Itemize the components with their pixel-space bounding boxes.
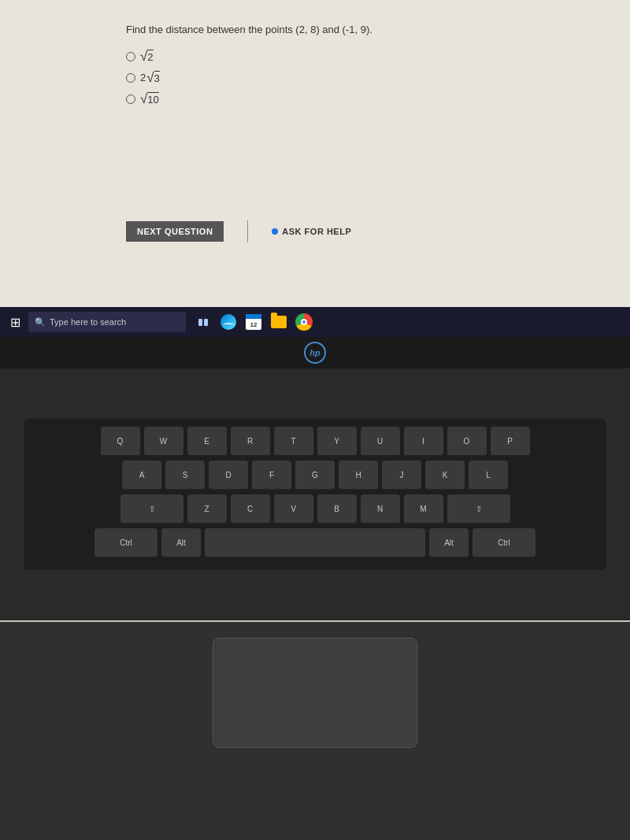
option-label-2: 2√3 (140, 71, 160, 84)
option-label-3: √10 (140, 92, 159, 105)
kb-row-top: Q W E R T Y U I O P (32, 427, 598, 457)
key-s[interactable]: S (165, 461, 205, 490)
chrome-center (301, 319, 307, 325)
option-row-1[interactable]: √2 (126, 50, 520, 63)
screen-bezel: hp (0, 337, 630, 368)
hp-text: hp (309, 348, 320, 357)
radio-2[interactable] (126, 73, 135, 83)
question-text: Find the distance between the points (2,… (126, 24, 520, 35)
keyboard-area: Q W E R T Y U I O P A S D F G H J K L ⇧ … (0, 368, 630, 620)
edge-icon (220, 314, 236, 330)
taskbar: ⊞ 🔍 Type here to search 12 (0, 307, 630, 337)
quiz-area: Find the distance between the points (2,… (126, 24, 520, 113)
key-c[interactable]: C (231, 494, 270, 524)
key-ctrl-right[interactable]: Ctrl (472, 528, 536, 558)
radio-1[interactable] (126, 52, 135, 61)
key-shift-left[interactable]: ⇧ (120, 494, 183, 524)
keyboard: Q W E R T Y U I O P A S D F G H J K L ⇧ … (24, 419, 606, 570)
taskbar-icons: 12 (192, 311, 315, 333)
key-o[interactable]: O (447, 427, 487, 457)
chrome-button[interactable] (293, 311, 315, 333)
calendar-icon: 12 (246, 314, 261, 330)
key-f[interactable]: F (252, 461, 291, 490)
key-l[interactable]: L (469, 461, 508, 490)
file-explorer-button[interactable] (268, 311, 290, 333)
key-b[interactable]: B (317, 494, 357, 524)
hp-logo: hp (302, 340, 328, 365)
key-j[interactable]: J (382, 461, 421, 490)
key-q[interactable]: Q (101, 427, 140, 457)
tv-rect-1 (198, 319, 202, 326)
key-alt[interactable]: Alt (161, 528, 201, 558)
key-ctrl[interactable]: Ctrl (94, 528, 158, 558)
laptop-screen: Find the distance between the points (2,… (0, 0, 630, 339)
key-shift-right[interactable]: ⇧ (447, 494, 510, 524)
key-p[interactable]: P (491, 427, 530, 457)
hp-circle: hp (304, 342, 326, 364)
trackpad[interactable] (213, 638, 417, 748)
option-row-3[interactable]: √10 (126, 92, 520, 105)
key-u[interactable]: U (361, 427, 400, 457)
key-space[interactable] (205, 528, 425, 558)
key-m[interactable]: M (404, 494, 443, 524)
ask-help-dot-icon (272, 228, 278, 235)
key-t[interactable]: T (274, 427, 313, 457)
chrome-icon (295, 313, 313, 331)
task-view-icon[interactable] (192, 311, 214, 333)
search-bar[interactable]: 🔍 Type here to search (28, 312, 186, 332)
kb-row-mid: A S D F G H J K L (32, 461, 598, 490)
search-text: Type here to search (50, 317, 126, 327)
cal-body: 12 (246, 319, 261, 330)
key-alt-right[interactable]: Alt (429, 528, 469, 558)
start-button[interactable]: ⊞ (3, 310, 27, 334)
divider (247, 220, 248, 242)
folder-tab (271, 313, 277, 316)
kb-row-space: Ctrl Alt Alt Ctrl (32, 528, 598, 558)
folder-icon (271, 316, 287, 328)
kb-row-bot: ⇧ Z C V B N M ⇧ (32, 494, 598, 524)
key-g[interactable]: G (295, 461, 335, 490)
edge-icon-button[interactable] (217, 311, 239, 333)
calendar-button[interactable]: 12 (243, 311, 265, 333)
key-z[interactable]: Z (187, 494, 227, 524)
option-label-1: √2 (140, 50, 154, 63)
radio-3[interactable] (126, 94, 135, 104)
tv-rect-2 (204, 319, 208, 326)
key-d[interactable]: D (209, 461, 248, 490)
key-h[interactable]: H (339, 461, 378, 490)
key-y[interactable]: Y (317, 427, 357, 457)
edge-wave (223, 323, 234, 327)
key-n[interactable]: N (361, 494, 400, 524)
option-row-2[interactable]: 2√3 (126, 71, 520, 84)
trackpad-area (0, 622, 630, 840)
key-e[interactable]: E (187, 427, 227, 457)
button-bar: NEXT QUESTION ASK FOR HELP (126, 220, 598, 242)
key-r[interactable]: R (231, 427, 270, 457)
search-icon: 🔍 (35, 317, 46, 327)
next-question-button[interactable]: NEXT QUESTION (126, 221, 224, 242)
key-w[interactable]: W (144, 427, 183, 457)
key-i[interactable]: I (404, 427, 443, 457)
ask-help-button[interactable]: ASK FOR HELP (272, 227, 351, 236)
key-a[interactable]: A (122, 461, 161, 490)
key-v[interactable]: V (274, 494, 313, 524)
key-k[interactable]: K (425, 461, 465, 490)
ask-help-label: ASK FOR HELP (282, 227, 351, 236)
